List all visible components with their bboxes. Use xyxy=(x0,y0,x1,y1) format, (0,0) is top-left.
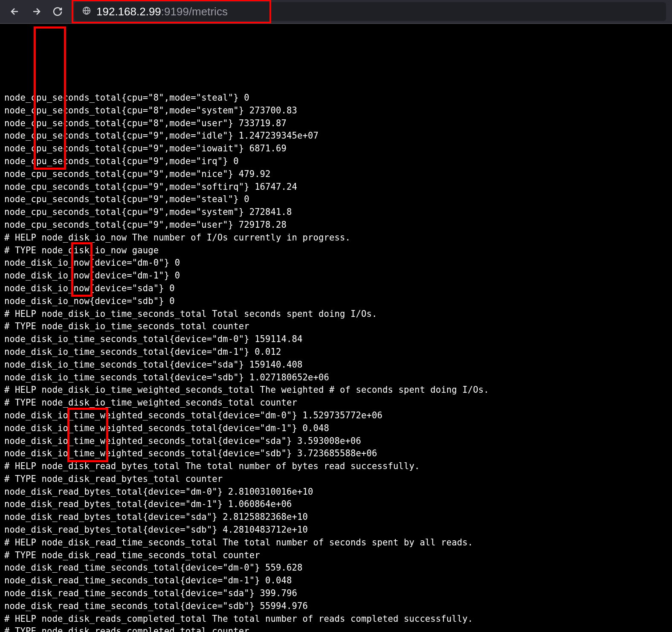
metric-line: node_disk_read_bytes_total{device="dm-0"… xyxy=(4,486,668,499)
metric-line: node_cpu_seconds_total{cpu="9",mode="nic… xyxy=(4,168,668,181)
metric-line: node_disk_io_time_weighted_seconds_total… xyxy=(4,409,668,422)
globe-icon xyxy=(82,6,91,17)
reload-button[interactable] xyxy=(49,2,67,21)
back-button[interactable] xyxy=(6,2,24,21)
metric-line: node_cpu_seconds_total{cpu="8",mode="sys… xyxy=(4,104,668,117)
metrics-text: node_cpu_seconds_total{cpu="8",mode="ste… xyxy=(4,28,668,632)
url-host: 192.168.2.99 xyxy=(96,5,161,18)
metric-line: node_cpu_seconds_total{cpu="9",mode="ste… xyxy=(4,193,668,206)
metric-line: node_disk_read_time_seconds_total{device… xyxy=(4,562,668,574)
metric-line: node_cpu_seconds_total{cpu="8",mode="use… xyxy=(4,117,668,130)
metric-line: node_disk_io_time_weighted_seconds_total… xyxy=(4,435,668,448)
metric-line: node_cpu_seconds_total{cpu="9",mode="irq… xyxy=(4,155,668,168)
metric-line: node_disk_read_time_seconds_total{device… xyxy=(4,587,668,600)
metric-line: node_disk_read_bytes_total{device="sda"}… xyxy=(4,511,668,524)
metric-line: # TYPE node_disk_reads_completed_total c… xyxy=(4,625,668,632)
metric-line: node_cpu_seconds_total{cpu="9",mode="iow… xyxy=(4,142,668,155)
metric-line: node_disk_io_now{device="dm-1"} 0 xyxy=(4,270,668,282)
metric-line: node_disk_io_now{device="dm-0"} 0 xyxy=(4,257,668,270)
metric-line: node_disk_read_time_seconds_total{device… xyxy=(4,600,668,613)
metric-line: node_disk_io_time_seconds_total{device="… xyxy=(4,346,668,359)
metric-line: node_disk_io_time_weighted_seconds_total… xyxy=(4,447,668,460)
metric-line: node_cpu_seconds_total{cpu="8",mode="ste… xyxy=(4,92,668,104)
metric-line: # HELP node_disk_io_time_seconds_total T… xyxy=(4,308,668,321)
metric-line: node_disk_io_time_seconds_total{device="… xyxy=(4,371,668,384)
metric-line: # HELP node_disk_read_bytes_total The to… xyxy=(4,460,668,473)
metric-line: node_disk_io_now{device="sda"} 0 xyxy=(4,282,668,295)
metric-line: # TYPE node_disk_read_bytes_total counte… xyxy=(4,473,668,486)
metric-line: node_cpu_seconds_total{cpu="9",mode="idl… xyxy=(4,130,668,142)
reload-icon xyxy=(52,6,63,17)
metric-line: # HELP node_disk_reads_completed_total T… xyxy=(4,613,668,626)
metric-line: # HELP node_disk_io_time_weighted_second… xyxy=(4,384,668,397)
arrow-right-icon xyxy=(31,6,41,17)
metric-line: node_disk_read_bytes_total{device="dm-1"… xyxy=(4,498,668,511)
metric-line: node_disk_io_time_weighted_seconds_total… xyxy=(4,422,668,435)
metric-line: node_disk_read_time_seconds_total{device… xyxy=(4,574,668,587)
browser-toolbar: 192.168.2.99:9199/metrics xyxy=(0,0,672,24)
url-text: 192.168.2.99:9199/metrics xyxy=(96,5,228,18)
metric-line: # TYPE node_disk_read_time_seconds_total… xyxy=(4,549,668,562)
address-bar[interactable]: 192.168.2.99:9199/metrics xyxy=(74,2,666,21)
metric-line: node_disk_io_time_seconds_total{device="… xyxy=(4,359,668,371)
metric-line: # TYPE node_disk_io_time_weighted_second… xyxy=(4,397,668,409)
arrow-left-icon xyxy=(10,6,20,17)
metric-line: node_disk_io_time_seconds_total{device="… xyxy=(4,333,668,346)
page-content: node_cpu_seconds_total{cpu="8",mode="ste… xyxy=(0,24,672,632)
forward-button[interactable] xyxy=(27,2,45,21)
metric-line: # HELP node_disk_read_time_seconds_total… xyxy=(4,536,668,549)
url-rest: :9199/metrics xyxy=(161,5,228,18)
metric-line: node_cpu_seconds_total{cpu="9",mode="use… xyxy=(4,219,668,232)
metric-line: # HELP node_disk_io_now The number of I/… xyxy=(4,232,668,244)
metric-line: # TYPE node_disk_io_now gauge xyxy=(4,244,668,257)
metric-line: node_disk_io_now{device="sdb"} 0 xyxy=(4,295,668,308)
metric-line: node_cpu_seconds_total{cpu="9",mode="sys… xyxy=(4,206,668,219)
metric-line: node_cpu_seconds_total{cpu="9",mode="sof… xyxy=(4,181,668,194)
metric-line: node_disk_read_bytes_total{device="sdb"}… xyxy=(4,524,668,536)
metric-line: # TYPE node_disk_io_time_seconds_total c… xyxy=(4,320,668,333)
